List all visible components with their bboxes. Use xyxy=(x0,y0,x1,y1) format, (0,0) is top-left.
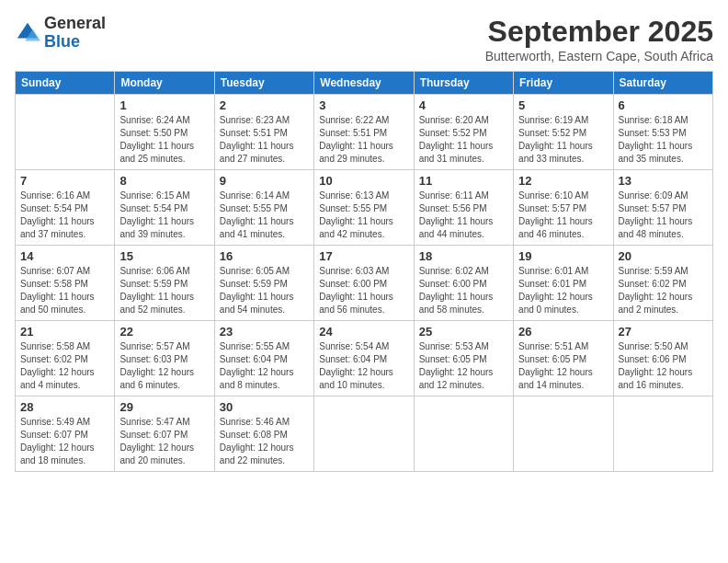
calendar-cell xyxy=(613,396,712,472)
day-number: 16 xyxy=(220,249,309,263)
day-number: 30 xyxy=(220,400,309,414)
day-number: 6 xyxy=(619,98,708,112)
day-number: 9 xyxy=(220,174,309,188)
calendar-cell: 16Sunrise: 6:05 AMSunset: 5:59 PMDayligh… xyxy=(214,246,313,321)
calendar-header-row: SundayMondayTuesdayWednesdayThursdayFrid… xyxy=(16,72,713,95)
calendar-cell: 14Sunrise: 6:07 AMSunset: 5:58 PMDayligh… xyxy=(16,246,115,321)
day-number: 13 xyxy=(619,174,708,188)
calendar-cell xyxy=(16,95,115,170)
day-number: 3 xyxy=(319,98,408,112)
calendar-cell: 23Sunrise: 5:55 AMSunset: 6:04 PMDayligh… xyxy=(214,321,313,396)
calendar-cell: 3Sunrise: 6:22 AMSunset: 5:51 PMDaylight… xyxy=(314,95,414,170)
day-info: Sunrise: 5:51 AMSunset: 6:05 PMDaylight:… xyxy=(518,340,608,392)
day-info: Sunrise: 6:19 AMSunset: 5:52 PMDaylight:… xyxy=(518,114,608,166)
day-info: Sunrise: 6:13 AMSunset: 5:55 PMDaylight:… xyxy=(319,190,408,241)
logo-text: General Blue xyxy=(44,15,106,52)
day-info: Sunrise: 6:01 AMSunset: 6:01 PMDaylight:… xyxy=(518,265,608,316)
day-info: Sunrise: 6:02 AMSunset: 6:00 PMDaylight:… xyxy=(419,265,508,316)
day-number: 15 xyxy=(119,249,209,263)
day-number: 10 xyxy=(319,174,408,188)
calendar-cell: 29Sunrise: 5:47 AMSunset: 6:07 PMDayligh… xyxy=(115,396,214,472)
day-number: 12 xyxy=(518,174,608,188)
calendar-cell: 22Sunrise: 5:57 AMSunset: 6:03 PMDayligh… xyxy=(115,321,214,396)
day-info: Sunrise: 5:53 AMSunset: 6:05 PMDaylight:… xyxy=(419,340,508,392)
day-info: Sunrise: 5:47 AMSunset: 6:07 PMDaylight:… xyxy=(119,416,209,467)
day-info: Sunrise: 6:15 AMSunset: 5:54 PMDaylight:… xyxy=(119,190,209,241)
calendar-week-row: 7Sunrise: 6:16 AMSunset: 5:54 PMDaylight… xyxy=(16,170,713,246)
calendar-cell: 4Sunrise: 6:20 AMSunset: 5:52 PMDaylight… xyxy=(414,95,513,170)
day-info: Sunrise: 6:14 AMSunset: 5:55 PMDaylight:… xyxy=(220,190,309,241)
calendar-cell: 12Sunrise: 6:10 AMSunset: 5:57 PMDayligh… xyxy=(514,170,613,246)
calendar-week-row: 28Sunrise: 5:49 AMSunset: 6:07 PMDayligh… xyxy=(16,396,713,472)
day-info: Sunrise: 6:09 AMSunset: 5:57 PMDaylight:… xyxy=(619,190,708,241)
calendar-cell: 8Sunrise: 6:15 AMSunset: 5:54 PMDaylight… xyxy=(115,170,214,246)
day-number: 14 xyxy=(20,249,109,263)
day-number: 27 xyxy=(619,325,708,339)
calendar-cell: 5Sunrise: 6:19 AMSunset: 5:52 PMDaylight… xyxy=(514,95,613,170)
day-number: 4 xyxy=(419,98,508,112)
calendar-cell: 17Sunrise: 6:03 AMSunset: 6:00 PMDayligh… xyxy=(314,246,414,321)
calendar-cell: 25Sunrise: 5:53 AMSunset: 6:05 PMDayligh… xyxy=(414,321,513,396)
title-block: September 2025 Butterworth, Eastern Cape… xyxy=(485,15,713,63)
day-of-week-header: Friday xyxy=(514,72,613,95)
calendar-cell xyxy=(514,396,613,472)
day-number: 7 xyxy=(20,174,109,188)
location-subtitle: Butterworth, Eastern Cape, South Africa xyxy=(485,49,713,63)
day-info: Sunrise: 6:22 AMSunset: 5:51 PMDaylight:… xyxy=(319,114,408,166)
calendar-week-row: 21Sunrise: 5:58 AMSunset: 6:02 PMDayligh… xyxy=(16,321,713,396)
day-info: Sunrise: 5:49 AMSunset: 6:07 PMDaylight:… xyxy=(20,416,109,467)
calendar-cell: 27Sunrise: 5:50 AMSunset: 6:06 PMDayligh… xyxy=(613,321,712,396)
day-number: 22 xyxy=(119,325,209,339)
page-header: General Blue September 2025 Butterworth,… xyxy=(15,15,713,63)
day-number: 20 xyxy=(619,249,708,263)
calendar-cell: 19Sunrise: 6:01 AMSunset: 6:01 PMDayligh… xyxy=(514,246,613,321)
day-info: Sunrise: 5:54 AMSunset: 6:04 PMDaylight:… xyxy=(319,340,408,392)
logo-icon xyxy=(15,20,40,46)
day-info: Sunrise: 5:55 AMSunset: 6:04 PMDaylight:… xyxy=(220,340,309,392)
calendar-cell: 26Sunrise: 5:51 AMSunset: 6:05 PMDayligh… xyxy=(514,321,613,396)
day-number: 23 xyxy=(220,325,309,339)
calendar-cell: 18Sunrise: 6:02 AMSunset: 6:00 PMDayligh… xyxy=(414,246,513,321)
calendar-cell xyxy=(314,396,414,472)
day-info: Sunrise: 5:57 AMSunset: 6:03 PMDaylight:… xyxy=(119,340,209,392)
day-info: Sunrise: 5:50 AMSunset: 6:06 PMDaylight:… xyxy=(619,340,708,392)
day-number: 2 xyxy=(220,98,309,112)
calendar-cell: 24Sunrise: 5:54 AMSunset: 6:04 PMDayligh… xyxy=(314,321,414,396)
day-info: Sunrise: 6:07 AMSunset: 5:58 PMDaylight:… xyxy=(20,265,109,316)
day-info: Sunrise: 6:20 AMSunset: 5:52 PMDaylight:… xyxy=(419,114,508,166)
day-info: Sunrise: 6:18 AMSunset: 5:53 PMDaylight:… xyxy=(619,114,708,166)
calendar-cell: 6Sunrise: 6:18 AMSunset: 5:53 PMDaylight… xyxy=(613,95,712,170)
calendar-cell: 7Sunrise: 6:16 AMSunset: 5:54 PMDaylight… xyxy=(16,170,115,246)
day-info: Sunrise: 6:23 AMSunset: 5:51 PMDaylight:… xyxy=(220,114,309,166)
day-of-week-header: Sunday xyxy=(16,72,115,95)
calendar-cell: 9Sunrise: 6:14 AMSunset: 5:55 PMDaylight… xyxy=(214,170,313,246)
day-number: 19 xyxy=(518,249,608,263)
calendar-cell: 10Sunrise: 6:13 AMSunset: 5:55 PMDayligh… xyxy=(314,170,414,246)
calendar-cell: 1Sunrise: 6:24 AMSunset: 5:50 PMDaylight… xyxy=(115,95,214,170)
day-of-week-header: Wednesday xyxy=(314,72,414,95)
calendar-cell: 15Sunrise: 6:06 AMSunset: 5:59 PMDayligh… xyxy=(115,246,214,321)
day-info: Sunrise: 5:59 AMSunset: 6:02 PMDaylight:… xyxy=(619,265,708,316)
day-number: 5 xyxy=(518,98,608,112)
day-info: Sunrise: 6:05 AMSunset: 5:59 PMDaylight:… xyxy=(220,265,309,316)
calendar-cell: 13Sunrise: 6:09 AMSunset: 5:57 PMDayligh… xyxy=(613,170,712,246)
day-number: 11 xyxy=(419,174,508,188)
day-number: 21 xyxy=(20,325,109,339)
calendar-week-row: 14Sunrise: 6:07 AMSunset: 5:58 PMDayligh… xyxy=(16,246,713,321)
day-number: 29 xyxy=(119,400,209,414)
day-number: 28 xyxy=(20,400,109,414)
day-number: 25 xyxy=(419,325,508,339)
logo-blue: Blue xyxy=(44,33,106,52)
day-info: Sunrise: 6:24 AMSunset: 5:50 PMDaylight:… xyxy=(119,114,209,166)
calendar-week-row: 1Sunrise: 6:24 AMSunset: 5:50 PMDaylight… xyxy=(16,95,713,170)
day-of-week-header: Monday xyxy=(115,72,214,95)
calendar-cell: 2Sunrise: 6:23 AMSunset: 5:51 PMDaylight… xyxy=(214,95,313,170)
day-of-week-header: Thursday xyxy=(414,72,513,95)
day-info: Sunrise: 6:03 AMSunset: 6:00 PMDaylight:… xyxy=(319,265,408,316)
logo-general: General xyxy=(44,15,106,33)
day-info: Sunrise: 5:58 AMSunset: 6:02 PMDaylight:… xyxy=(20,340,109,392)
month-title: September 2025 xyxy=(485,15,713,49)
day-of-week-header: Saturday xyxy=(613,72,712,95)
day-of-week-header: Tuesday xyxy=(214,72,313,95)
day-number: 8 xyxy=(119,174,209,188)
